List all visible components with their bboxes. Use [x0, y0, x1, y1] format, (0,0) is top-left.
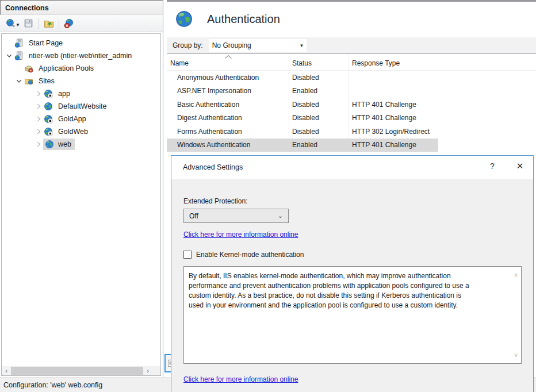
- site-icon: [44, 140, 55, 149]
- cell-name: Forms Authentication: [167, 128, 289, 136]
- cell-name: ASP.NET Impersonation: [167, 87, 289, 95]
- kernel-mode-checkbox-label: Enable Kernel-mode authentication: [196, 251, 304, 259]
- collapse-expander-icon[interactable]: [14, 77, 24, 85]
- expand-chevron-icon[interactable]: [34, 102, 43, 110]
- disconnect-button[interactable]: [62, 17, 76, 30]
- sort-ascending-icon: [224, 53, 232, 61]
- application-pools-icon: [24, 64, 34, 73]
- cell-response: HTTP 401 Challenge: [349, 114, 536, 122]
- tree-item-goldapp[interactable]: GoldApp: [2, 113, 160, 125]
- tree-item-application-pools[interactable]: Application Pools: [2, 62, 160, 75]
- sites-folder-icon: [24, 76, 34, 86]
- extended-protection-label: Extended Protection:: [183, 197, 247, 205]
- more-information-link-top[interactable]: Click here for more information online: [183, 230, 298, 239]
- site-stopped-icon: [43, 114, 53, 124]
- create-connection-dropdown-caret[interactable]: ▼: [16, 22, 20, 28]
- chevron-down-icon: ▾: [300, 43, 303, 48]
- tree-item-label: app: [56, 89, 72, 99]
- table-row-selected[interactable]: Windows Authentication Enabled HTTP 401 …: [167, 139, 438, 152]
- more-information-link-bottom[interactable]: Click here for more information online: [183, 375, 298, 383]
- expand-chevron-icon[interactable]: [34, 140, 43, 148]
- expand-chevron-icon[interactable]: [34, 128, 43, 136]
- cell-name: Windows Authentication: [167, 141, 289, 149]
- scroll-up-icon[interactable]: ∧: [514, 270, 518, 280]
- tree-item-server[interactable]: ntier-web (ntier-web\ntier_admin: [2, 49, 160, 62]
- cell-status: Disabled: [289, 114, 349, 122]
- group-by-dropdown[interactable]: No Grouping ▾: [209, 39, 307, 52]
- connections-toolbar: ▼: [0, 15, 163, 32]
- collapse-expander-icon[interactable]: [5, 52, 14, 60]
- close-button[interactable]: ✕: [510, 156, 530, 176]
- configuration-status-text: Configuration: 'web' web.config: [3, 381, 102, 389]
- tree-item-defaultwebsite[interactable]: DefaultWebsite: [2, 100, 160, 113]
- site-icon: [43, 102, 53, 111]
- tree-item-label: Application Pools: [36, 63, 96, 74]
- cell-response: HTTP 302 Login/Redirect: [349, 128, 536, 136]
- tree-item-label: DefaultWebsite: [56, 101, 109, 112]
- table-row[interactable]: Digest Authentication Disabled HTTP 401 …: [167, 112, 536, 125]
- tree-item-label: GoldApp: [56, 114, 89, 124]
- authentication-globe-icon: [175, 10, 193, 28]
- cell-status: Enabled: [289, 141, 349, 149]
- tree-item-goldweb[interactable]: GoldWeb: [2, 125, 160, 138]
- tree-item-start-page[interactable]: Start Page: [2, 37, 160, 49]
- horizontal-scrollbar[interactable]: ‹ ›: [2, 366, 160, 375]
- table-row[interactable]: Forms Authentication Disabled HTTP 302 L…: [167, 125, 536, 139]
- kernel-mode-checkbox[interactable]: [183, 251, 192, 259]
- tree-item-app[interactable]: app: [2, 87, 160, 100]
- dialog-titlebar[interactable]: Advanced Settings ? ✕: [171, 156, 533, 179]
- tree-item-sites[interactable]: Sites: [2, 75, 160, 87]
- scroll-right-arrow-icon[interactable]: ›: [143, 366, 152, 375]
- scrollbar-thumb[interactable]: [11, 367, 143, 375]
- scroll-down-icon[interactable]: ∨: [514, 350, 518, 360]
- export-connection-button[interactable]: [41, 17, 56, 30]
- selected-item-highlight: web: [43, 139, 75, 150]
- cell-status: Disabled: [289, 128, 349, 136]
- table-row[interactable]: Basic Authentication Disabled HTTP 401 C…: [167, 98, 536, 112]
- connections-panel: Connections ▼ Start Page ntie: [0, 0, 163, 377]
- group-by-label: Group by:: [173, 41, 203, 49]
- chevron-down-icon: ⌄: [278, 212, 283, 220]
- server-icon: [14, 51, 24, 60]
- page-header: Authentication: [175, 10, 280, 28]
- tree-item-label: ntier-web (ntier-web\ntier_admin: [26, 51, 134, 61]
- list-header: Name Status Response Type: [167, 54, 536, 71]
- kernel-mode-description-box: By default, IIS enables kernel-mode auth…: [183, 266, 522, 364]
- group-by-bar: Group by: No Grouping ▾: [167, 37, 536, 53]
- site-stopped-icon: [43, 89, 53, 98]
- cell-status: Disabled: [289, 74, 349, 82]
- authentication-list: Anonymous Authentication Disabled ASP.NE…: [167, 71, 536, 152]
- server-globe-icon: [14, 39, 24, 48]
- toolbar-separator: [59, 18, 59, 29]
- page-title: Authentication: [207, 13, 280, 26]
- advanced-settings-dialog: Advanced Settings ? ✕ Extended Protectio…: [171, 155, 534, 392]
- help-button[interactable]: ?: [482, 156, 503, 176]
- save-connections-button[interactable]: [21, 17, 36, 30]
- cell-name: Basic Authentication: [167, 101, 289, 109]
- expand-chevron-icon[interactable]: [34, 90, 43, 98]
- cell-name: Digest Authentication: [167, 114, 289, 122]
- column-header-status[interactable]: Status: [289, 59, 349, 67]
- column-header-response-type[interactable]: Response Type: [349, 59, 536, 67]
- dialog-title: Advanced Settings: [183, 163, 243, 171]
- cell-response: HTTP 401 Challenge: [349, 101, 536, 109]
- table-row[interactable]: Anonymous Authentication Disabled: [167, 71, 536, 84]
- cell-name: Anonymous Authentication: [167, 74, 289, 82]
- kernel-mode-checkbox-row[interactable]: Enable Kernel-mode authentication: [183, 251, 304, 259]
- tree-item-web-selected[interactable]: web: [2, 138, 160, 151]
- connections-tree: Start Page ntier-web (ntier-web\ntier_ad…: [1, 33, 161, 376]
- site-stopped-icon: [43, 127, 53, 136]
- cell-status: Enabled: [289, 87, 349, 95]
- connections-title: Connections: [0, 0, 163, 15]
- extended-protection-dropdown[interactable]: Off ⌄: [183, 209, 289, 223]
- scroll-left-arrow-icon[interactable]: ‹: [2, 366, 11, 375]
- extended-protection-value: Off: [189, 212, 198, 220]
- group-by-value: No Grouping: [212, 41, 251, 49]
- tree-item-label: Start Page: [26, 38, 65, 48]
- tree-item-label: GoldWeb: [56, 126, 90, 137]
- cell-status: Disabled: [289, 101, 349, 109]
- table-row[interactable]: ASP.NET Impersonation Enabled: [167, 84, 536, 98]
- expand-chevron-icon[interactable]: [34, 115, 43, 123]
- toolbar-separator: [39, 18, 39, 29]
- cell-response: HTTP 401 Challenge: [349, 141, 536, 149]
